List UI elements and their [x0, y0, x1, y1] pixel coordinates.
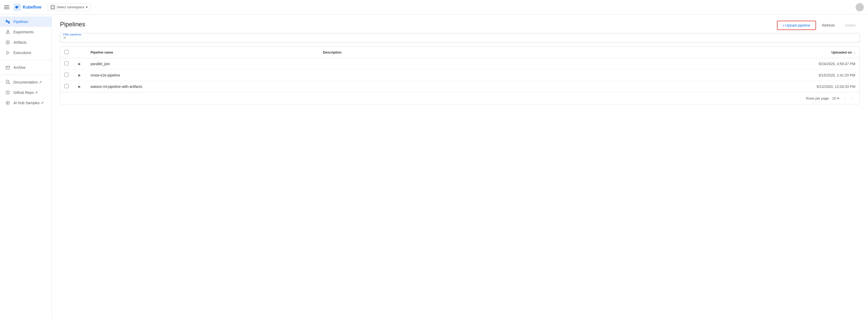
sidebar-divider-2 — [0, 75, 52, 75]
namespace-icon — [51, 5, 55, 9]
sidebar-label-experiments: Experiments — [13, 30, 34, 34]
sidebar-label-pipelines: Pipelines — [13, 20, 28, 24]
td-uploaded-1: 6/24/2020, 4:59:47 PM — [691, 58, 860, 69]
hamburger-menu[interactable] — [4, 5, 9, 9]
brand-name: Kubeflow — [23, 5, 41, 9]
namespace-selector[interactable]: Select namespace ▾ — [48, 4, 91, 11]
executions-icon — [5, 50, 10, 55]
sidebar-item-github[interactable]: Github Repo ↗ — [0, 87, 52, 98]
select-all-checkbox[interactable] — [64, 50, 68, 54]
delete-button[interactable]: Delete — [841, 21, 860, 29]
refresh-button[interactable]: Refresh — [818, 21, 839, 29]
main-content: Pipelines + Upload pipeline Refresh Dele… — [52, 14, 868, 319]
prev-page-button[interactable]: ‹ — [842, 95, 847, 101]
aihub-icon — [5, 100, 10, 105]
experiments-icon — [5, 29, 10, 35]
table-header-row: Pipeline name Description Uploaded on ↓ — [60, 47, 860, 58]
upload-pipeline-button[interactable]: + Upload pipeline — [777, 21, 816, 30]
svg-rect-2 — [6, 21, 10, 22]
svg-rect-9 — [6, 66, 10, 67]
table-row: ▶ parallel_join 6/24/2020, 4:59:47 PM — [60, 58, 860, 69]
sort-arrow-icon: ↓ — [854, 51, 855, 54]
td-checkbox-1 — [60, 58, 73, 69]
svg-point-7 — [7, 42, 8, 43]
upload-plus-icon: + — [783, 23, 785, 27]
svg-point-6 — [6, 40, 9, 44]
archive-icon — [5, 65, 10, 70]
filter-icon: ≡ — [63, 35, 66, 40]
svg-rect-3 — [6, 20, 7, 21]
namespace-arrow: ▾ — [86, 5, 88, 9]
sidebar-label-github: Github Repo ↗ — [13, 91, 38, 95]
td-checkbox-2 — [60, 69, 73, 81]
th-uploaded-on[interactable]: Uploaded on ↓ — [691, 47, 860, 58]
sidebar-item-aihub[interactable]: AI Hub Samples ↗ — [0, 98, 52, 108]
sidebar-label-executions: Executions — [13, 51, 31, 55]
svg-point-5 — [7, 30, 8, 31]
th-expand — [73, 47, 86, 58]
svg-marker-8 — [7, 51, 9, 54]
expand-button-2[interactable]: ▶ — [77, 73, 82, 77]
sidebar-item-pipelines[interactable]: Pipelines — [0, 17, 52, 27]
svg-rect-4 — [8, 23, 10, 24]
td-desc-2 — [319, 69, 691, 81]
sidebar-label-archive: Archive — [13, 65, 26, 69]
row-checkbox-3[interactable] — [64, 84, 68, 88]
td-name-1[interactable]: parallel_join — [86, 58, 319, 69]
artifacts-icon — [5, 40, 10, 45]
rows-per-page-select[interactable]: 10 20 50 — [831, 96, 840, 101]
filter-box: Filter pipelines ≡ — [60, 33, 860, 42]
svg-point-12 — [7, 92, 8, 93]
pagination: Rows per page: 10 20 50 ‹ › — [60, 92, 860, 104]
kubeflow-logo — [13, 4, 21, 11]
td-checkbox-3 — [60, 81, 73, 92]
expand-button-1[interactable]: ▶ — [77, 62, 82, 66]
github-icon — [5, 90, 10, 95]
namespace-label: Select namespace — [57, 5, 84, 9]
td-expand-2: ▶ — [73, 69, 86, 81]
brand-logo-area: Kubeflow — [13, 4, 41, 11]
sidebar-label-aihub: AI Hub Samples ↗ — [13, 101, 44, 105]
filter-label: Filter pipelines — [62, 33, 83, 36]
sidebar-item-artifacts[interactable]: Artifacts — [0, 37, 52, 47]
sidebar-item-executions[interactable]: Executions — [0, 47, 52, 58]
sidebar-label-documentation: Documentation ↗ — [13, 80, 42, 84]
table-row: ▶ mnist-e2e-pipeline 6/15/2020, 1:41:20 … — [60, 69, 860, 81]
pipeline-icon — [5, 19, 10, 24]
sidebar-label-artifacts: Artifacts — [13, 40, 27, 44]
rows-per-page-label: Rows per page: — [806, 96, 830, 100]
td-name-2[interactable]: mnist-e2e-pipeline — [86, 69, 319, 81]
td-uploaded-3: 6/12/2020, 12:04:33 PM — [691, 81, 860, 92]
page-title: Pipelines — [60, 21, 860, 28]
td-desc-1 — [319, 58, 691, 69]
td-desc-3 — [319, 81, 691, 92]
table-row: ▶ watson-ml-pipeline-with-artifacts 6/12… — [60, 81, 860, 92]
rows-per-page: Rows per page: 10 20 50 — [806, 96, 840, 101]
sidebar-item-archive[interactable]: Archive — [0, 62, 52, 73]
td-expand-1: ▶ — [73, 58, 86, 69]
svg-point-14 — [7, 102, 8, 103]
next-page-button[interactable]: › — [850, 95, 855, 101]
upload-label: Upload pipeline — [785, 23, 810, 27]
topbar: Kubeflow Select namespace ▾ — [0, 0, 868, 14]
td-uploaded-2: 6/15/2020, 1:41:20 PM — [691, 69, 860, 81]
doc-icon — [5, 79, 10, 85]
row-checkbox-1[interactable] — [64, 61, 68, 65]
th-pipeline-name[interactable]: Pipeline name — [86, 47, 319, 58]
sidebar-divider-1 — [0, 60, 52, 60]
td-expand-3: ▶ — [73, 81, 86, 92]
sidebar-item-documentation[interactable]: Documentation ↗ — [0, 77, 52, 87]
pipelines-table: Pipeline name Description Uploaded on ↓ — [60, 46, 860, 104]
th-checkbox — [60, 47, 73, 58]
refresh-label: Refresh — [822, 23, 835, 27]
user-avatar[interactable] — [856, 3, 864, 11]
expand-button-3[interactable]: ▶ — [77, 84, 82, 89]
row-checkbox-2[interactable] — [64, 73, 68, 77]
sidebar-item-experiments[interactable]: Experiments — [0, 27, 52, 37]
delete-label: Delete — [845, 23, 856, 27]
filter-input[interactable] — [68, 36, 856, 40]
th-description[interactable]: Description — [319, 47, 691, 58]
td-name-3[interactable]: watson-ml-pipeline-with-artifacts — [86, 81, 319, 92]
sidebar: Pipelines Experiments Artifacts Executio… — [0, 14, 52, 319]
